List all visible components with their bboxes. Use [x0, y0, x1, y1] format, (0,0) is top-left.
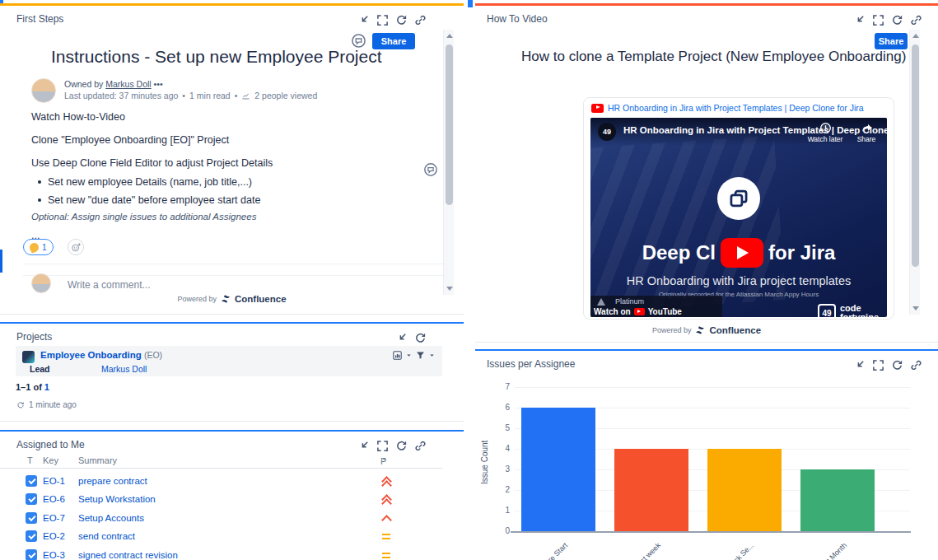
views-count[interactable]: 2 people viewed [254, 91, 317, 100]
watch-on-youtube-link[interactable]: Watch on YouTube [594, 307, 682, 316]
expand-icon[interactable] [872, 14, 884, 26]
owner-avatar[interactable] [31, 78, 56, 103]
collapse-icon[interactable] [395, 332, 408, 344]
lead-label: Lead [30, 364, 50, 374]
link-icon[interactable] [910, 359, 922, 371]
youtube-icon [591, 104, 604, 113]
expand-icon[interactable] [376, 440, 389, 452]
chevron-down-icon[interactable] [428, 352, 436, 359]
player-title[interactable]: HR Onboarding in Jira with Project Templ… [623, 125, 887, 135]
scroll-down-arrow[interactable] [912, 306, 919, 310]
collapse-icon[interactable] [357, 440, 370, 452]
more-actions[interactable]: ••• [154, 79, 163, 89]
issue-key-link[interactable]: EO-3 [43, 550, 65, 560]
share-button[interactable]: Share [875, 33, 908, 49]
project-avatar [22, 351, 35, 363]
issue-summary-link[interactable]: signed contract revision [78, 550, 178, 560]
link-icon[interactable] [910, 14, 922, 26]
owner-link[interactable]: Markus Doll [105, 79, 151, 89]
scrollbar-thumb[interactable] [912, 44, 919, 267]
bar-First Month[interactable] [800, 469, 875, 531]
link-icon[interactable] [414, 440, 427, 452]
gadget-title: Projects [16, 331, 52, 343]
editor-edge [0, 250, 2, 273]
col-key[interactable]: Key [43, 455, 58, 465]
link-icon[interactable] [414, 14, 427, 26]
scroll-up-arrow[interactable] [912, 34, 919, 38]
bar-plot: 01234567Before StartFirst week& Desk Se.… [515, 387, 910, 531]
scroll-down-arrow[interactable] [446, 287, 453, 291]
user-avatar [31, 273, 51, 293]
issue-key-link[interactable]: EO-2 [43, 531, 65, 541]
col-priority[interactable]: P [380, 455, 388, 463]
issue-summary-link[interactable]: send contract [78, 531, 135, 541]
atlassian-icon [597, 298, 605, 306]
lead-link[interactable]: Markus Doll [101, 364, 147, 374]
task-type-icon[interactable] [26, 493, 37, 505]
gadget-assigned-to-me: Assigned to Me T Key Summary P EO-1 prep… [0, 430, 464, 560]
powered-by-confluence: Powered by Confluence [475, 325, 938, 335]
video-headline: Deep Cl for Jira [590, 238, 887, 268]
task-type-icon[interactable] [26, 512, 37, 524]
collapse-icon[interactable] [853, 14, 866, 26]
gadget-projects: Projects Employee Onboarding (EO) Lead M… [0, 322, 464, 422]
bullet-item: Set new "due date" before employee start… [48, 194, 260, 206]
confluence-wordmark[interactable]: Confluence [709, 325, 761, 335]
gadget-title: First Steps [16, 13, 63, 25]
refresh-icon[interactable] [891, 359, 903, 371]
reaction-pill[interactable]: 1 [23, 239, 54, 255]
bar-Before Start[interactable] [521, 408, 595, 531]
issue-key-link[interactable]: EO-6 [43, 494, 65, 504]
scrollbar[interactable] [443, 30, 454, 295]
refresh-icon[interactable] [414, 332, 427, 344]
scrollbar[interactable] [909, 30, 920, 315]
video-heading: How to clone a Template Project (New Emp… [521, 49, 906, 65]
watch-later-button[interactable]: Watch later [805, 122, 846, 143]
inline-comment-icon[interactable] [423, 162, 438, 177]
player-share-button[interactable]: Share [849, 122, 884, 143]
scrollbar-thumb[interactable] [446, 44, 453, 205]
issue-key-link[interactable]: EO-7 [43, 513, 65, 523]
col-type[interactable]: T [27, 455, 33, 465]
refresh-icon[interactable] [891, 14, 903, 26]
add-reaction-button[interactable] [68, 239, 84, 255]
youtube-link[interactable]: HR Onboarding in Jira with Project Templ… [608, 103, 864, 113]
clock-icon [819, 122, 832, 134]
page-meta: Last updated: 37 minutes ago • 1 min rea… [64, 91, 317, 100]
task-type-icon[interactable] [26, 475, 37, 487]
collapse-icon[interactable] [357, 14, 370, 26]
refresh-icon[interactable] [395, 14, 408, 26]
chevron-down-icon[interactable] [405, 352, 413, 359]
issue-summary-link[interactable]: prepare contract [78, 476, 147, 486]
scroll-up-arrow[interactable] [446, 34, 453, 38]
reports-icon[interactable] [392, 350, 403, 361]
issue-row: EO-3 signed contract revision [0, 547, 442, 560]
refresh-icon[interactable] [395, 440, 408, 452]
collapse-icon[interactable] [853, 359, 866, 371]
issue-row: EO-6 Setup Workstation [0, 491, 442, 509]
pagination: 1–1 of 1 [16, 382, 49, 392]
task-type-icon[interactable] [26, 530, 37, 542]
refresh-icon[interactable] [16, 401, 25, 409]
issue-summary-link[interactable]: Setup Workstation [78, 494, 156, 504]
channel-avatar[interactable]: 49 [598, 123, 616, 141]
issue-key-link[interactable]: EO-1 [43, 476, 65, 486]
col-summary[interactable]: Summary [78, 455, 117, 465]
confluence-wordmark[interactable]: Confluence [235, 294, 287, 304]
expand-icon[interactable] [376, 14, 389, 26]
expand-icon[interactable] [872, 359, 884, 371]
bar-& Desk Se...[interactable] [707, 449, 782, 531]
pagination-total-link[interactable]: 1 [44, 382, 49, 392]
project-link[interactable]: Employee Onboarding (EO) [40, 350, 162, 360]
issue-summary-link[interactable]: Setup Accounts [78, 513, 144, 523]
task-type-icon[interactable] [26, 549, 37, 560]
gadget-how-to-video: How To Video Share How to clone a Templa… [475, 3, 938, 343]
filter-icon[interactable] [415, 350, 426, 361]
bar-First week[interactable] [614, 449, 688, 531]
divider [23, 275, 446, 276]
clone-icon [717, 177, 760, 220]
video-player[interactable]: 49 HR Onboarding in Jira with Project Te… [590, 118, 887, 317]
comment-input[interactable]: Write a comment... [68, 279, 150, 291]
bullet-item: Set new employee Details (name, job titl… [48, 176, 252, 188]
play-button[interactable] [721, 238, 763, 268]
